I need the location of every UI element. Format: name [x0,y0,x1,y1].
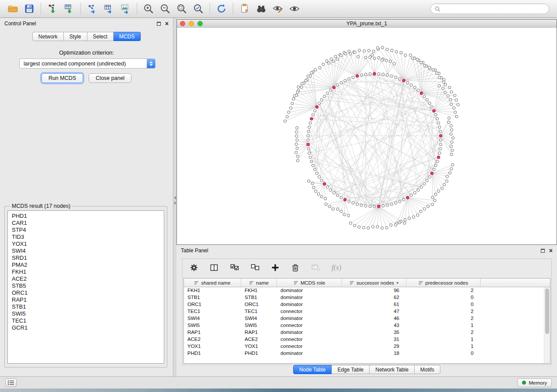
cell-predecessor-nodes[interactable]: 1 [406,343,481,350]
control-tab-style[interactable]: Style [64,32,87,41]
delete-table-button[interactable] [311,263,321,272]
table-tab-node-table[interactable]: Node Table [293,365,332,374]
select-all-button[interactable] [230,263,239,272]
close-panel-button[interactable]: Close panel [89,73,131,83]
cell-predecessor-nodes[interactable]: 2 [406,315,481,322]
run-mcds-button[interactable]: Run MCDS [42,73,83,83]
network-graph[interactable] [177,28,557,244]
mcds-result-item[interactable]: GCR1 [12,324,160,331]
scrollbar-thumb[interactable] [545,289,549,334]
table-row[interactable]: YOX1YOX1connector291 [184,343,544,350]
export-table-button[interactable] [100,2,117,16]
cell-name[interactable]: FKH1 [241,287,277,294]
mcds-result-item[interactable]: CAR1 [12,220,160,227]
cell-predecessor-nodes[interactable]: 2 [406,287,481,294]
cell-name[interactable]: YOX1 [241,343,277,350]
column-header-name[interactable]: name [241,279,277,287]
style-preview-button[interactable] [270,2,286,16]
mcds-result-item[interactable]: RAP1 [12,296,160,303]
add-row-button[interactable] [271,263,280,272]
task-history-button[interactable] [5,378,17,387]
deselect-all-button[interactable] [250,263,260,272]
zoom-fit-button[interactable] [173,2,190,16]
cell-successor-nodes[interactable]: 96 [342,287,406,294]
mcds-result-list[interactable]: PHD1CAR1STP4TID3YOX1SWI4SRD1PMA2FKH1ACE2… [7,210,164,364]
table-row[interactable]: SWI5SWI5connector431 [184,322,544,329]
mcds-result-item[interactable]: TEC1 [12,317,160,324]
cell-name[interactable]: PHD1 [241,350,277,357]
save-session-button[interactable] [21,2,38,16]
cell-MCDS-role[interactable]: connector [277,308,342,315]
cell-predecessor-nodes[interactable]: 2 [406,308,481,315]
table-row[interactable]: ACE2ACE2connector311 [184,336,544,343]
column-header-shared-name[interactable]: shared name [184,279,241,287]
cell-shared-name[interactable]: SWI5 [184,322,241,329]
table-row[interactable]: ORC1ORC1dominator610 [184,301,544,308]
column-header-predecessor-nodes[interactable]: predecessor nodes [406,279,481,287]
table-row[interactable]: SWI4SWI4dominator462 [184,315,544,322]
function-builder-button[interactable]: f(x) [332,264,341,272]
import-network-button[interactable] [44,2,61,16]
import-table-button[interactable] [61,2,77,16]
cell-shared-name[interactable]: ORC1 [184,301,241,308]
cell-shared-name[interactable]: RAP1 [184,329,241,336]
zoom-out-button[interactable] [157,2,173,16]
search-box[interactable] [430,3,549,14]
control-tab-mcds[interactable]: MCDS [114,32,141,41]
search-input[interactable] [443,6,545,12]
cell-MCDS-role[interactable]: dominator [277,294,342,301]
cell-predecessor-nodes[interactable]: 0 [406,294,481,301]
table-tab-motifs[interactable]: Motifs [415,365,440,374]
find-button[interactable] [253,2,270,16]
cell-MCDS-role[interactable]: connector [277,336,342,343]
open-file-button[interactable] [4,2,21,16]
cell-shared-name[interactable]: TEC1 [184,308,241,315]
control-tab-select[interactable]: Select [87,32,114,41]
cell-shared-name[interactable]: PHD1 [184,350,241,357]
cell-successor-nodes[interactable]: 47 [342,308,406,315]
cell-successor-nodes[interactable]: 29 [342,343,406,350]
mcds-result-item[interactable]: SWI4 [12,248,160,254]
mcds-result-item[interactable]: ACE2 [12,275,160,282]
toggle-columns-button[interactable] [209,263,219,272]
cell-predecessor-nodes[interactable]: 1 [406,336,481,343]
cell-name[interactable]: ORC1 [241,301,277,308]
table-row[interactable]: FKH1FKH1dominator962 [184,287,544,294]
cell-successor-nodes[interactable]: 43 [342,322,406,329]
cell-shared-name[interactable]: STB1 [184,294,241,301]
zoom-selected-button[interactable] [190,2,207,16]
mcds-result-item[interactable]: SRD1 [12,254,160,261]
mcds-result-item[interactable]: TID3 [12,234,160,241]
control-tab-network[interactable]: Network [32,32,64,41]
table-row[interactable]: TEC1TEC1connector472 [184,308,544,315]
cell-shared-name[interactable]: FKH1 [184,287,241,294]
cell-shared-name[interactable]: YOX1 [184,343,241,350]
column-header-MCDS-role[interactable]: MCDS role [277,279,342,287]
float-panel-icon[interactable] [157,22,161,26]
sort-desc-icon[interactable]: ▾ [396,281,398,285]
column-header-successor-nodes[interactable]: successor nodes▾ [342,279,406,287]
export-network-button[interactable] [84,2,100,16]
clipboard-button[interactable] [236,2,253,16]
mcds-result-item[interactable]: SWI5 [12,310,160,317]
table-tab-edge-table[interactable]: Edge Table [332,365,370,374]
cell-successor-nodes[interactable]: 61 [342,301,406,308]
cell-name[interactable]: RAP1 [241,329,277,336]
cell-shared-name[interactable]: ACE2 [184,336,241,343]
collapse-left-icon[interactable] [174,196,176,199]
cell-name[interactable]: SWI4 [241,315,277,322]
close-panel-icon[interactable]: × [165,21,169,26]
cell-predecessor-nodes[interactable]: 0 [406,301,481,308]
cell-name[interactable]: STB1 [241,294,277,301]
cell-predecessor-nodes[interactable]: 2 [406,329,481,336]
cell-shared-name[interactable]: SWI4 [184,315,241,322]
cell-MCDS-role[interactable]: connector [277,322,342,329]
close-table-panel-icon[interactable]: × [549,248,553,253]
cell-MCDS-role[interactable]: dominator [277,301,342,308]
table-scrollbar[interactable] [544,287,550,363]
mcds-result-item[interactable]: STB1 [12,303,160,310]
cell-successor-nodes[interactable]: 46 [342,315,406,322]
cell-MCDS-role[interactable]: dominator [277,287,342,294]
apply-layout-button[interactable] [213,2,230,16]
cell-successor-nodes[interactable]: 62 [342,294,406,301]
